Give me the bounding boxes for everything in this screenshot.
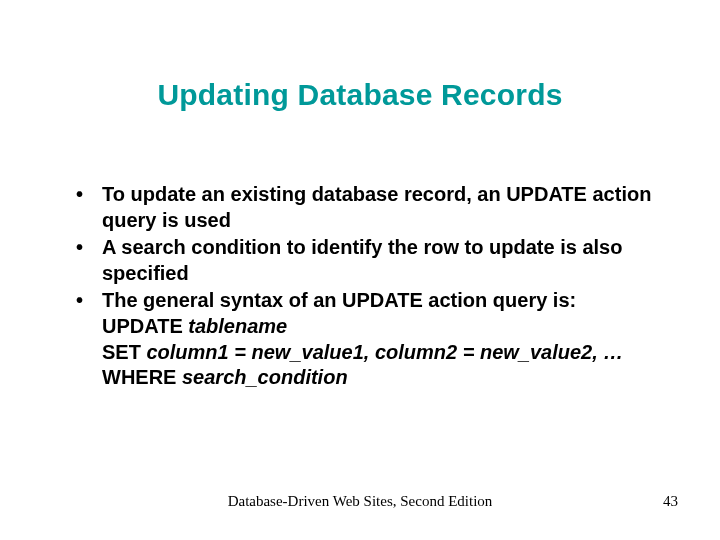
bullet-item-3: The general syntax of an UPDATE action q… [72, 288, 662, 390]
arg-tablename: tablename [188, 315, 287, 337]
slide-title: Updating Database Records [0, 78, 720, 112]
bullet-3-lead: The general syntax of an UPDATE action q… [102, 289, 576, 311]
page-number: 43 [663, 493, 678, 510]
kw-set: SET [102, 341, 146, 363]
arg-condition: search_condition [182, 366, 348, 388]
syntax-line-1: UPDATE tablename [102, 314, 662, 340]
slide-body: To update an existing database record, a… [72, 182, 662, 393]
syntax-line-3: WHERE search_condition [102, 365, 662, 391]
bullet-item-1: To update an existing database record, a… [72, 182, 662, 233]
kw-update: UPDATE [102, 315, 188, 337]
bullet-item-2: A search condition to identify the row t… [72, 235, 662, 286]
kw-where: WHERE [102, 366, 182, 388]
bullet-list: To update an existing database record, a… [72, 182, 662, 391]
slide: Updating Database Records To update an e… [0, 0, 720, 540]
arg-columns: column1 = new_value1, column2 = new_valu… [146, 341, 623, 363]
syntax-line-2: SET column1 = new_value1, column2 = new_… [102, 340, 662, 366]
footer-text: Database-Driven Web Sites, Second Editio… [0, 493, 720, 510]
